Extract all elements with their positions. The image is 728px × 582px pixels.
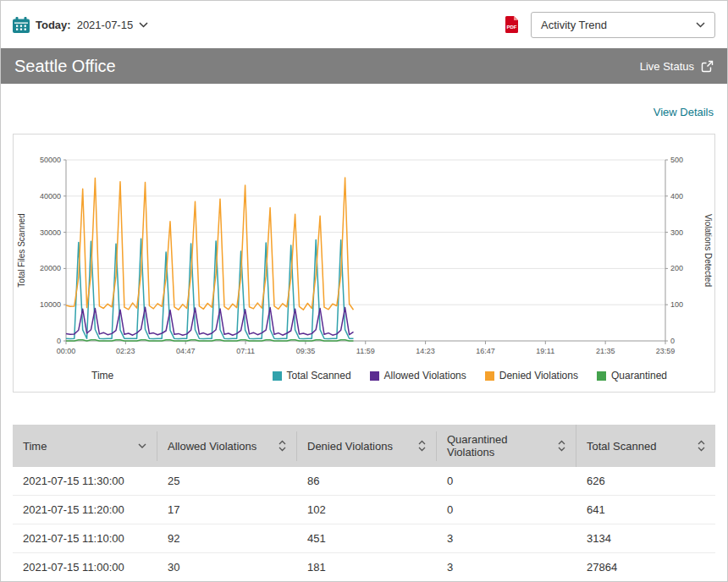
top-bar-right: PDF Activity Trend: [505, 12, 715, 38]
legend-label: Quarantined: [611, 370, 667, 382]
col-header-quarantined-violations[interactable]: Quarantined Violations: [437, 425, 576, 467]
table-cell: 641: [576, 496, 715, 524]
col-header-time[interactable]: Time: [13, 425, 157, 467]
page-title: Seattle Office: [14, 57, 116, 76]
svg-text:200: 200: [670, 264, 683, 272]
table-cell: 626: [576, 467, 715, 496]
chevron-down-icon: [696, 22, 705, 28]
svg-text:Total Files Scanned: Total Files Scanned: [17, 213, 26, 287]
svg-text:0: 0: [57, 337, 61, 345]
table-cell: 30: [157, 553, 297, 582]
svg-text:40000: 40000: [40, 192, 61, 200]
page-header: Seattle Office Live Status: [1, 48, 727, 84]
svg-text:30000: 30000: [40, 228, 61, 237]
svg-text:19:11: 19:11: [536, 347, 554, 355]
activity-table: Time Allowed Violations Denied Violation…: [13, 425, 715, 582]
legend-label: Total Scanned: [287, 370, 351, 382]
table-cell: 0: [437, 467, 576, 496]
table-cell: 92: [157, 524, 297, 553]
top-bar: Today: 2021-07-15 PDF Activity Trend: [1, 1, 727, 48]
col-header-label: Denied Violations: [307, 440, 393, 453]
sort-updown-icon: [558, 440, 565, 452]
sort-desc-icon: [138, 443, 146, 448]
table-cell: 451: [297, 524, 437, 553]
svg-text:PDF: PDF: [507, 25, 517, 30]
col-header-denied-violations[interactable]: Denied Violations: [297, 425, 437, 467]
live-status-label: Live Status: [640, 60, 694, 73]
date-picker[interactable]: Today: 2021-07-15: [13, 17, 148, 33]
activity-trend-chart: 0010000100200002003000030040000400500005…: [14, 148, 714, 366]
table-cell: 102: [297, 496, 437, 524]
table-cell: 27864: [576, 553, 715, 582]
legend-item-denied-violations[interactable]: Denied Violations: [485, 370, 578, 382]
col-header-allowed-violations[interactable]: Allowed Violations: [157, 425, 297, 467]
svg-text:20000: 20000: [40, 264, 61, 272]
table-cell: 2021-07-15 11:10:00: [13, 524, 157, 553]
svg-text:10000: 10000: [40, 300, 61, 309]
legend-swatch: [273, 371, 282, 381]
activity-table-wrap: Time Allowed Violations Denied Violation…: [13, 425, 715, 582]
legend-item-total-scanned[interactable]: Total Scanned: [273, 370, 351, 382]
view-details-link[interactable]: View Details: [654, 106, 714, 118]
activity-trend-page: Today: 2021-07-15 PDF Activity Trend Sea…: [0, 0, 728, 582]
calendar-icon: [13, 17, 30, 33]
svg-text:Violations Detected: Violations Detected: [703, 214, 713, 287]
svg-text:16:47: 16:47: [476, 347, 495, 355]
legend-label: Allowed Violations: [384, 370, 466, 382]
svg-text:00:00: 00:00: [57, 347, 76, 355]
legend-item-allowed-violations[interactable]: Allowed Violations: [370, 370, 466, 382]
table-row[interactable]: 2021-07-15 11:00:0030181327864: [13, 553, 715, 582]
svg-text:21:35: 21:35: [596, 347, 615, 355]
table-header-row: Time Allowed Violations Denied Violation…: [13, 425, 715, 467]
col-header-label: Time: [23, 440, 47, 453]
legend-swatch: [370, 371, 379, 381]
table-cell: 2021-07-15 11:30:00: [13, 467, 157, 496]
table-cell: 3134: [576, 524, 715, 553]
table-cell: 181: [297, 553, 437, 582]
table-cell: 3: [437, 553, 576, 582]
table-row[interactable]: 2021-07-15 11:30:0025860626: [13, 467, 715, 496]
pdf-file-icon[interactable]: PDF: [505, 16, 519, 33]
svg-text:23:59: 23:59: [656, 347, 676, 355]
selected-date: 2021-07-15: [77, 19, 134, 31]
svg-text:100: 100: [670, 300, 683, 309]
table-cell: 86: [297, 467, 437, 496]
chart-legend: Total ScannedAllowed ViolationsDenied Vi…: [273, 370, 667, 382]
external-link-icon: [701, 60, 714, 73]
sort-updown-icon: [279, 440, 286, 452]
report-type-value: Activity Trend: [541, 19, 607, 31]
report-type-select[interactable]: Activity Trend: [531, 12, 715, 38]
legend-swatch: [597, 371, 606, 381]
chevron-down-icon: [139, 22, 148, 28]
today-label: Today:: [36, 19, 71, 31]
chart-footer: Time Total ScannedAllowed ViolationsDeni…: [14, 370, 714, 385]
legend-label: Denied Violations: [499, 370, 578, 382]
x-axis-title: Time: [91, 370, 113, 382]
legend-swatch: [485, 371, 494, 381]
table-cell: 2021-07-15 11:20:00: [13, 496, 157, 524]
svg-text:09:35: 09:35: [296, 347, 316, 355]
svg-text:500: 500: [670, 156, 683, 164]
col-header-label: Total Scanned: [587, 440, 656, 453]
table-row[interactable]: 2021-07-15 11:20:00171020641: [13, 496, 715, 524]
svg-text:0: 0: [670, 337, 675, 345]
svg-text:11:59: 11:59: [356, 347, 375, 355]
svg-text:14:23: 14:23: [416, 347, 435, 355]
table-row[interactable]: 2021-07-15 11:10:009245133134: [13, 524, 715, 553]
svg-text:02:23: 02:23: [116, 347, 135, 355]
col-header-label: Allowed Violations: [168, 440, 256, 453]
svg-text:50000: 50000: [40, 156, 61, 164]
legend-item-quarantined[interactable]: Quarantined: [597, 370, 667, 382]
svg-text:300: 300: [670, 228, 683, 237]
svg-text:04:47: 04:47: [176, 347, 196, 355]
table-cell: 3: [437, 524, 576, 553]
table-cell: 25: [157, 467, 297, 496]
table-cell: 17: [157, 496, 297, 524]
table-cell: 2021-07-15 11:00:00: [13, 553, 157, 582]
live-status-link[interactable]: Live Status: [640, 60, 714, 73]
sort-updown-icon: [418, 440, 426, 452]
table-cell: 0: [437, 496, 576, 524]
view-details-row: View Details: [1, 84, 727, 134]
chart-panel: 0010000100200002003000030040000400500005…: [13, 134, 715, 393]
col-header-total-scanned[interactable]: Total Scanned: [576, 425, 715, 467]
